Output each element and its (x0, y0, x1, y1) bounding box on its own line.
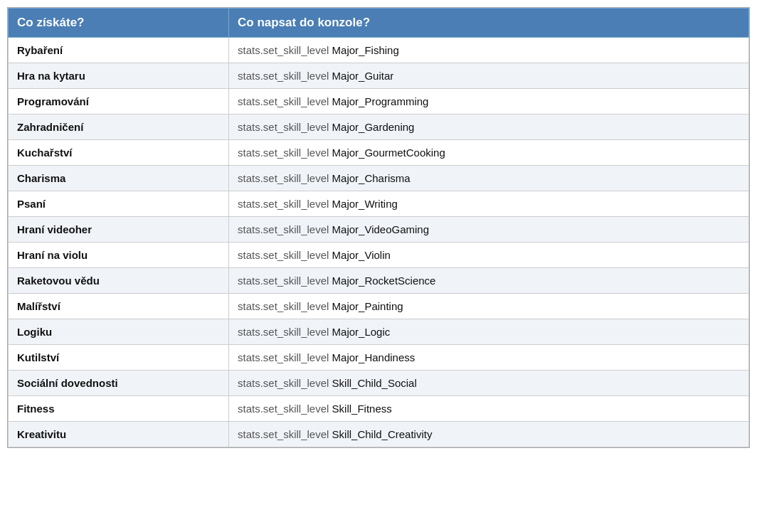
skill-name: Hraní na violu (9, 243, 229, 268)
cmd-prefix: stats.set_skill_level (238, 198, 332, 210)
table-row: Kuchařstvístats.set_skill_level Major_Go… (9, 140, 749, 166)
cmd-code: Major_VideoGaming (332, 223, 429, 235)
skill-command: stats.set_skill_level Major_Painting (229, 294, 749, 319)
skill-name: Sociální dovednosti (9, 371, 229, 396)
skill-command: stats.set_skill_level Major_RocketScienc… (229, 268, 749, 294)
skill-command: stats.set_skill_level Major_Handiness (229, 345, 749, 371)
header-col2: Co napsat do konzole? (229, 9, 749, 38)
skill-command: stats.set_skill_level Major_Charisma (229, 166, 749, 191)
cmd-code: Major_Violin (332, 249, 391, 261)
table-row: Logikustats.set_skill_level Major_Logic (9, 319, 749, 345)
skill-name: Hra na kytaru (9, 63, 229, 89)
cmd-code: Major_Fishing (332, 44, 399, 56)
cmd-prefix: stats.set_skill_level (238, 44, 332, 56)
skill-command: stats.set_skill_level Skill_Child_Social (229, 371, 749, 396)
skill-command: stats.set_skill_level Major_Violin (229, 243, 749, 268)
table-header-row: Co získáte? Co napsat do konzole? (9, 9, 749, 38)
cmd-prefix: stats.set_skill_level (238, 95, 332, 107)
table-row: Rybařenístats.set_skill_level Major_Fish… (9, 38, 749, 63)
cmd-code: Skill_Fitness (332, 403, 392, 415)
table-row: Charismastats.set_skill_level Major_Char… (9, 166, 749, 191)
table-row: Programovánístats.set_skill_level Major_… (9, 89, 749, 115)
cmd-code: Major_Painting (332, 300, 403, 312)
cmd-code: Skill_Child_Creativity (332, 428, 433, 440)
cmd-prefix: stats.set_skill_level (238, 249, 332, 261)
skill-command: stats.set_skill_level Major_VideoGaming (229, 217, 749, 243)
table-row: Sociální dovednostistats.set_skill_level… (9, 371, 749, 396)
table-row: Hra na kytarustats.set_skill_level Major… (9, 63, 749, 89)
skill-command: stats.set_skill_level Major_Gardening (229, 115, 749, 140)
cmd-prefix: stats.set_skill_level (238, 147, 332, 159)
skill-command: stats.set_skill_level Major_Guitar (229, 63, 749, 89)
table-row: Hraní videoherstats.set_skill_level Majo… (9, 217, 749, 243)
cmd-code: Major_Handiness (332, 351, 415, 363)
table-row: Psanístats.set_skill_level Major_Writing (9, 191, 749, 217)
skill-command: stats.set_skill_level Major_Programming (229, 89, 749, 115)
skill-command: stats.set_skill_level Major_Logic (229, 319, 749, 345)
cmd-prefix: stats.set_skill_level (238, 172, 332, 184)
cmd-code: Major_Programming (332, 95, 429, 107)
cmd-prefix: stats.set_skill_level (238, 326, 332, 338)
skill-name: Kutilství (9, 345, 229, 371)
table-row: Hraní na violustats.set_skill_level Majo… (9, 243, 749, 268)
cmd-code: Skill_Child_Social (332, 377, 417, 389)
cmd-prefix: stats.set_skill_level (238, 70, 332, 82)
skill-command: stats.set_skill_level Skill_Fitness (229, 396, 749, 422)
skill-name: Hraní videoher (9, 217, 229, 243)
cmd-prefix: stats.set_skill_level (238, 275, 332, 287)
table-row: Raketovou vědustats.set_skill_level Majo… (9, 268, 749, 294)
skill-table-wrapper: Co získáte? Co napsat do konzole? Rybaře… (7, 7, 750, 448)
cmd-code: Major_Logic (332, 326, 391, 338)
table-row: Fitnessstats.set_skill_level Skill_Fitne… (9, 396, 749, 422)
cmd-code: Major_GourmetCooking (332, 147, 445, 159)
cmd-prefix: stats.set_skill_level (238, 300, 332, 312)
cmd-code: Major_RocketScience (332, 275, 436, 287)
skill-name: Charisma (9, 166, 229, 191)
skill-name: Rybaření (9, 38, 229, 63)
table-row: Malířstvístats.set_skill_level Major_Pai… (9, 294, 749, 319)
cmd-code: Major_Charisma (332, 172, 411, 184)
table-row: Kutilstvístats.set_skill_level Major_Han… (9, 345, 749, 371)
skill-command: stats.set_skill_level Major_Fishing (229, 38, 749, 63)
table-row: Kreativitustats.set_skill_level Skill_Ch… (9, 422, 749, 447)
cmd-code: Major_Gardening (332, 121, 415, 133)
skill-command: stats.set_skill_level Major_GourmetCooki… (229, 140, 749, 166)
skill-name: Programování (9, 89, 229, 115)
skill-command: stats.set_skill_level Major_Writing (229, 191, 749, 217)
header-col1: Co získáte? (9, 9, 229, 38)
cmd-prefix: stats.set_skill_level (238, 351, 332, 363)
table-body: Rybařenístats.set_skill_level Major_Fish… (9, 38, 749, 447)
skill-command: stats.set_skill_level Skill_Child_Creati… (229, 422, 749, 447)
skill-name: Zahradničení (9, 115, 229, 140)
skill-name: Malířství (9, 294, 229, 319)
cmd-prefix: stats.set_skill_level (238, 121, 332, 133)
skill-table: Co získáte? Co napsat do konzole? Rybaře… (8, 8, 749, 447)
skill-name: Logiku (9, 319, 229, 345)
cmd-prefix: stats.set_skill_level (238, 377, 332, 389)
skill-name: Psaní (9, 191, 229, 217)
cmd-prefix: stats.set_skill_level (238, 403, 332, 415)
skill-name: Kuchařství (9, 140, 229, 166)
skill-name: Raketovou vědu (9, 268, 229, 294)
skill-name: Kreativitu (9, 422, 229, 447)
cmd-code: Major_Writing (332, 198, 398, 210)
cmd-code: Major_Guitar (332, 70, 394, 82)
skill-name: Fitness (9, 396, 229, 422)
cmd-prefix: stats.set_skill_level (238, 223, 332, 235)
cmd-prefix: stats.set_skill_level (238, 428, 332, 440)
table-row: Zahradničenístats.set_skill_level Major_… (9, 115, 749, 140)
